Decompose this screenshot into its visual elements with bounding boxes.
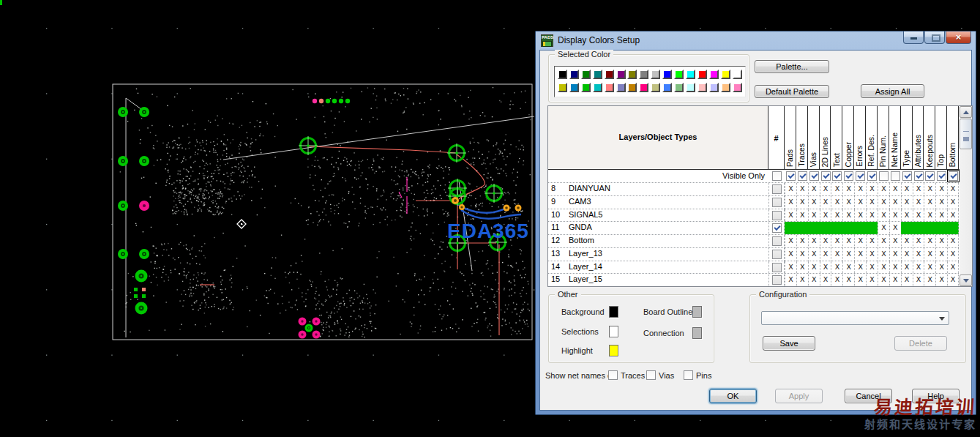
color-cell[interactable]: X: [889, 261, 901, 274]
color-cell[interactable]: X: [924, 209, 935, 222]
visible-only-checkbox-attributes[interactable]: [914, 171, 924, 181]
scroll-down-button[interactable]: [960, 274, 972, 286]
visible-only-checkbox-2d-lines[interactable]: [821, 171, 831, 181]
color-cell[interactable]: X: [889, 274, 901, 286]
color-cell[interactable]: X: [947, 261, 959, 274]
color-cell[interactable]: X: [866, 196, 878, 209]
default-palette-button[interactable]: Default Palette: [755, 85, 829, 98]
connection-color-well[interactable]: [692, 327, 702, 339]
color-cell[interactable]: X: [924, 196, 935, 209]
color-cell[interactable]: X: [808, 261, 820, 274]
color-cell[interactable]: X: [854, 274, 866, 286]
color-swatch[interactable]: [581, 70, 591, 79]
apply-button[interactable]: Apply: [775, 389, 823, 403]
color-cell[interactable]: X: [808, 248, 820, 261]
color-cell[interactable]: X: [785, 183, 796, 195]
visible-only-checkbox-errors[interactable]: [856, 171, 865, 181]
color-cell[interactable]: [820, 222, 831, 234]
color-cell[interactable]: X: [785, 235, 796, 247]
ok-button[interactable]: OK: [709, 389, 757, 403]
color-cell[interactable]: X: [878, 183, 889, 195]
net-names-pins-checkbox[interactable]: [684, 370, 693, 380]
color-cell[interactable]: X: [820, 235, 831, 247]
color-cell[interactable]: X: [842, 183, 854, 195]
color-cell[interactable]: X: [796, 261, 808, 274]
maximize-button[interactable]: [924, 31, 945, 44]
color-cell[interactable]: X: [796, 183, 808, 195]
color-cell[interactable]: X: [854, 248, 866, 261]
color-cell[interactable]: X: [878, 222, 889, 234]
color-cell[interactable]: X: [796, 248, 808, 261]
color-cell[interactable]: X: [947, 183, 959, 195]
color-swatch[interactable]: [593, 70, 602, 79]
color-cell[interactable]: X: [924, 261, 935, 274]
color-cell[interactable]: X: [924, 235, 935, 247]
color-cell[interactable]: [831, 222, 842, 234]
assign-all-button[interactable]: Assign All: [861, 84, 924, 98]
color-cell[interactable]: X: [854, 196, 866, 209]
color-cell[interactable]: [935, 222, 947, 234]
color-swatch[interactable]: [639, 70, 648, 79]
color-cell[interactable]: X: [785, 248, 796, 261]
color-cell[interactable]: X: [854, 183, 866, 195]
color-cell[interactable]: X: [866, 248, 878, 261]
color-cell[interactable]: X: [820, 183, 831, 195]
color-cell[interactable]: X: [820, 248, 831, 261]
color-cell[interactable]: X: [820, 274, 831, 286]
highlight-color-well[interactable]: [609, 345, 618, 356]
color-swatch[interactable]: [616, 83, 626, 92]
color-swatch[interactable]: [627, 83, 637, 92]
color-swatch[interactable]: [593, 83, 602, 92]
color-cell[interactable]: X: [947, 274, 959, 286]
color-cell[interactable]: [913, 222, 924, 234]
color-swatch[interactable]: [616, 70, 626, 79]
visible-only-checkbox-net-name[interactable]: [891, 171, 900, 181]
color-cell[interactable]: X: [889, 196, 901, 209]
color-swatch[interactable]: [651, 83, 660, 92]
color-cell[interactable]: X: [935, 183, 947, 195]
layer-visible-checkbox[interactable]: [772, 198, 782, 207]
color-swatch[interactable]: [581, 83, 591, 92]
color-swatch[interactable]: [697, 83, 707, 92]
color-swatch[interactable]: [686, 70, 695, 79]
delete-button[interactable]: Delete: [894, 336, 947, 351]
color-cell[interactable]: X: [878, 261, 889, 274]
minimize-button[interactable]: [903, 31, 924, 44]
color-cell[interactable]: X: [913, 261, 924, 274]
color-cell[interactable]: X: [935, 209, 947, 222]
color-swatch[interactable]: [721, 83, 730, 92]
color-cell[interactable]: [901, 222, 913, 234]
visible-only-checkbox-bottom[interactable]: [949, 171, 958, 181]
color-cell[interactable]: X: [796, 209, 808, 222]
color-cell[interactable]: X: [808, 274, 820, 286]
color-cell[interactable]: X: [889, 248, 901, 261]
color-cell[interactable]: X: [935, 274, 947, 286]
color-cell[interactable]: X: [831, 248, 842, 261]
color-cell[interactable]: [947, 222, 959, 234]
color-cell[interactable]: X: [796, 274, 808, 286]
color-swatch[interactable]: [686, 83, 695, 92]
layer-visible-checkbox[interactable]: [772, 223, 782, 233]
color-cell[interactable]: X: [854, 235, 866, 247]
color-cell[interactable]: X: [924, 248, 935, 261]
selections-color-well[interactable]: [609, 326, 618, 337]
color-cell[interactable]: X: [889, 209, 901, 222]
layer-visible-checkbox[interactable]: [772, 211, 782, 220]
color-swatch[interactable]: [605, 83, 614, 92]
visible-only-checkbox-top[interactable]: [937, 171, 946, 181]
color-cell[interactable]: X: [935, 248, 947, 261]
color-cell[interactable]: [866, 222, 878, 234]
color-cell[interactable]: X: [924, 183, 935, 195]
visible-only-checkbox-keepouts[interactable]: [925, 171, 935, 181]
color-swatch[interactable]: [569, 83, 579, 92]
color-swatch[interactable]: [721, 70, 730, 79]
color-swatch[interactable]: [558, 70, 567, 79]
color-cell[interactable]: X: [820, 261, 831, 274]
color-cell[interactable]: X: [866, 274, 878, 286]
color-cell[interactable]: X: [913, 235, 924, 247]
color-swatch[interactable]: [639, 83, 648, 92]
visible-only-checkbox-traces[interactable]: [798, 171, 807, 181]
color-cell[interactable]: X: [889, 183, 901, 195]
color-cell[interactable]: X: [796, 235, 808, 247]
color-cell[interactable]: X: [878, 274, 889, 286]
